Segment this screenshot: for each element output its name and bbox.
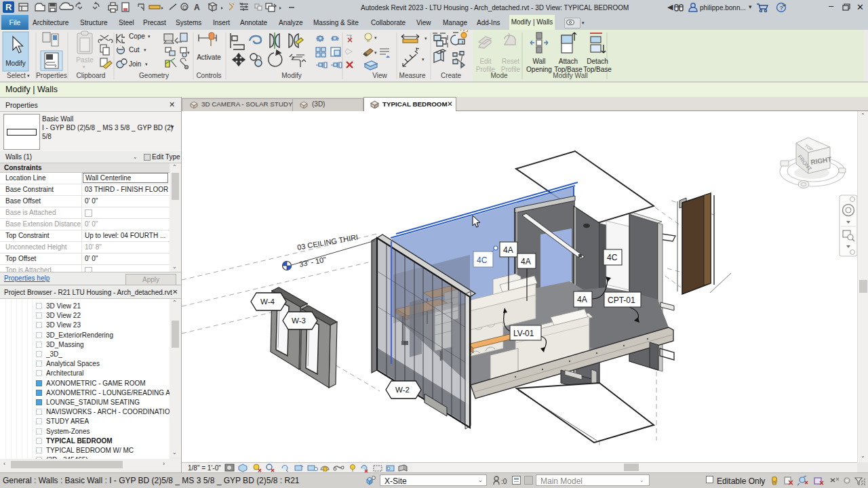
svg-text:Properties: Properties [36, 72, 67, 79]
svg-text:▾: ▾ [148, 34, 151, 39]
svg-text:▾: ▾ [145, 62, 148, 66]
svg-text:Join: Join [129, 60, 141, 68]
svg-text:Paste: Paste [76, 56, 94, 64]
svg-text:Activate: Activate [197, 54, 221, 61]
svg-text:W-2: W-2 [395, 386, 410, 394]
svg-text:Cope: Cope [129, 33, 145, 40]
svg-text:Modify Wall: Modify Wall [553, 72, 587, 79]
svg-text:▾: ▾ [83, 64, 85, 69]
svg-text:Cut: Cut [129, 46, 140, 54]
svg-text:Modify: Modify [5, 60, 25, 67]
svg-text:Modify: Modify [281, 72, 301, 79]
svg-text:View: View [372, 72, 387, 79]
svg-text:Controls: Controls [196, 72, 221, 79]
svg-text:?: ? [780, 5, 784, 12]
svg-text:W-4: W-4 [260, 298, 275, 306]
svg-text:LV-01: LV-01 [513, 329, 534, 338]
svg-text:Geometry: Geometry [139, 72, 169, 79]
svg-text:O: O [182, 4, 187, 11]
svg-text:Reset: Reset [502, 58, 519, 65]
svg-text:03 CEILING THIRI: 03 CEILING THIRI [296, 232, 359, 251]
svg-text:▾: ▾ [144, 47, 146, 52]
svg-text:Wall: Wall [532, 58, 545, 65]
svg-text:▾: ▾ [422, 57, 425, 62]
svg-text:4C: 4C [477, 256, 488, 265]
svg-text:Mode: Mode [490, 72, 507, 79]
svg-text:4A: 4A [521, 257, 531, 266]
svg-text:W-3: W-3 [292, 317, 306, 325]
svg-text:CPT-01: CPT-01 [608, 296, 635, 305]
svg-text:Create: Create [441, 72, 461, 79]
svg-text:▾: ▾ [374, 50, 377, 55]
svg-text:▾: ▾ [425, 36, 427, 41]
svg-text:4A: 4A [577, 295, 587, 304]
svg-text:Clipboard: Clipboard [77, 72, 106, 79]
svg-text:▾: ▾ [374, 35, 377, 40]
svg-text:Detach: Detach [587, 58, 608, 65]
svg-text:A: A [194, 3, 200, 12]
svg-text:4C: 4C [607, 253, 618, 262]
svg-text:Attach: Attach [559, 58, 578, 65]
svg-text::0: :0 [501, 478, 507, 485]
svg-text:4A: 4A [503, 245, 513, 255]
svg-text:Edit: Edit [479, 58, 491, 65]
svg-text:Select: Select [7, 72, 26, 79]
svg-text:33' - 10": 33' - 10" [298, 255, 327, 268]
svg-text:▾: ▾ [27, 73, 30, 78]
svg-text:▾: ▾ [187, 50, 190, 55]
svg-text:Opening: Opening [526, 66, 552, 73]
svg-text:Measure: Measure [399, 72, 426, 79]
